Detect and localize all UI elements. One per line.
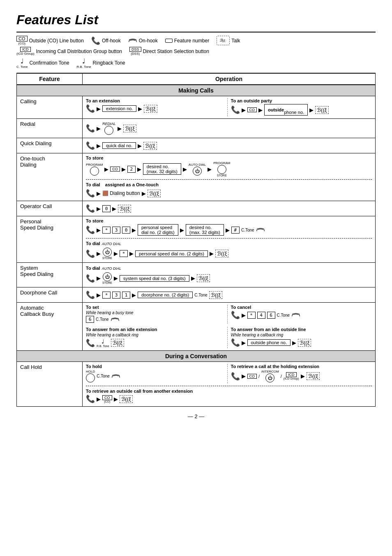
op-auto-callback: To set While hearing a busy tone 6 C.Ton…	[83, 303, 376, 351]
dss-label: Direct Station Selection button	[143, 49, 209, 54]
during-convo-header: During a Conversation	[17, 351, 376, 362]
calling-two-col: To an extension 📞 ▶ extension no. ▶ ℬ((ξ…	[86, 98, 372, 116]
table-body: Making Calls Calling To an extension 📞 ▶…	[17, 85, 376, 407]
svg-text:((ξ: ((ξ	[222, 39, 226, 42]
op-call-hold: To hold HOLD C.Tone	[83, 362, 376, 407]
co-icon: CO (CO)	[16, 36, 28, 45]
autodial-btn-2: ⏻ STORE	[102, 248, 112, 259]
section-during-conversation: During a Conversation	[17, 351, 376, 362]
onhook-label: On-hook	[139, 38, 158, 44]
talk-callback-outside: ℬ((ξ	[298, 339, 311, 347]
feature-redial: Redial	[17, 119, 83, 138]
talk-onetouch: ℬ((ξ	[148, 190, 161, 197]
col-operation-header: Operation	[83, 74, 376, 85]
callback-answer-ext: To answer from an idle extension While h…	[86, 327, 228, 348]
row-operator: Operator Call 📞 ▶ 0 ▶ ℬ((ξ	[17, 201, 376, 216]
autodial-btn: AUTO DIAL ⏻	[189, 163, 206, 176]
op-system-speed: To dial AUTO DIAL 📞 ▶ ⏻ STORE ▶ system s…	[83, 263, 376, 287]
offhook-calling-out: 📞	[231, 105, 240, 114]
callback-set-cancel: To set While hearing a busy tone 6 C.Ton…	[86, 305, 372, 324]
talk-personal-speed: ℬ((ξ	[215, 250, 228, 257]
legend-talk: ℬ ((ξ Talk	[217, 36, 240, 45]
features-table: Feature Operation Making Calls Calling T…	[16, 73, 376, 407]
row-calling: Calling To an extension 📞 ▶ extension no…	[17, 96, 376, 119]
program-btn-2: PROGRAM STORE	[213, 161, 230, 177]
feature-quick-dial: Quick Dialing	[17, 138, 83, 153]
legend-feature-num: Feature number	[165, 38, 209, 44]
talk-hold-retrieve: ℬ((ξ	[307, 372, 320, 380]
op-operator: 📞 ▶ 0 ▶ ℬ((ξ	[83, 201, 376, 216]
row-auto-callback: AutomaticCallback Busy To set While hear…	[17, 303, 376, 351]
callback-set: To set While hearing a busy tone 6 C.Ton…	[86, 305, 228, 324]
legend-offhook: 📞 Off-hook	[91, 36, 121, 45]
feature-num-label: Feature number	[174, 38, 209, 44]
hold-btn: HOLD	[86, 370, 95, 382]
row-personal-speed: PersonalSpeed Dialing To store 📞 ▶ * 3 0…	[17, 216, 376, 263]
co-hold-outside: CO (CO)	[102, 395, 112, 403]
table-header: Feature Operation	[17, 74, 376, 85]
talk-system-speed: ℬ((ξ	[197, 274, 210, 282]
hold-retrieve-ext: To retrieve a call at the holding extens…	[231, 364, 372, 383]
calling-outside: To an outside party 📞 ▶ CO ▶ outsidephon…	[231, 98, 372, 116]
page-title: Features List	[16, 12, 376, 28]
onhook-personal-store	[256, 227, 265, 233]
co-hold-retrieve: CO	[247, 374, 257, 379]
talk-doorphone: ℬ((ξ	[209, 291, 222, 299]
rbtone-icon: ♩ R.B. Tone	[77, 57, 91, 69]
offhook-calling-ext: 📞	[86, 104, 95, 113]
co-label: Outside (CO) Line button	[29, 38, 84, 44]
talk-redial: ℬ((ξ	[123, 125, 136, 132]
feature-system-speed: SystemSpeed Dialing	[17, 263, 83, 287]
col-feature-header: Feature	[17, 74, 83, 85]
op-personal-speed: To store 📞 ▶ * 3 0 ▶ personal speeddial …	[83, 216, 376, 263]
feature-call-hold: Call Hold	[17, 362, 83, 407]
icd-label: Incoming Call Distribution Group button	[36, 49, 122, 54]
calling-extension: To an extension 📞 ▶ extension no. ▶ ℬ((ξ	[86, 98, 228, 116]
callback-cancel: To cancel 📞 ▶ * 4 6 C.Tone	[231, 305, 372, 324]
talk-operator: ℬ((ξ	[118, 205, 131, 213]
op-calling: To an extension 📞 ▶ extension no. ▶ ℬ((ξ…	[83, 96, 376, 119]
onhook-callback-cancel	[291, 312, 300, 318]
legend-ctone: ♩ C. Tone Confirmation Tone	[16, 57, 69, 69]
program-btn-1: PROGRAM	[86, 163, 103, 176]
onhook-hold	[111, 373, 120, 380]
legend-row-1: CO (CO) Outside (CO) Line button 📞 Off-h…	[16, 36, 376, 45]
legend-rbtone: ♩ R.B. Tone Ringback Tone	[77, 57, 125, 69]
ctone-icon: ♩ C. Tone	[16, 57, 28, 69]
talk-calling-out: ℬ((ξ	[315, 106, 328, 114]
legend-dss: DSS (DSS) Direct Station Selection butto…	[129, 47, 209, 56]
row-quick-dial: Quick Dialing 📞 ▶ quick dial no. ▶ ℬ((ξ	[17, 138, 376, 153]
talk-hold-outside: ℬ((ξ	[120, 395, 133, 403]
feature-auto-callback: AutomaticCallback Busy	[17, 303, 83, 351]
feature-num-icon	[165, 39, 173, 43]
feature-operator: Operator Call	[17, 201, 83, 216]
feature-onetouch: One-touchDialing	[17, 153, 83, 201]
row-call-hold: Call Hold To hold HOLD C.Tone	[17, 362, 376, 407]
row-doorphone: Doorphone Call 📞 ▶ * 3 1 ▶ doorphone no.…	[17, 287, 376, 303]
talk-label: Talk	[231, 38, 240, 44]
callback-answer-outside: To answer from an idle outside line Whil…	[231, 327, 372, 348]
legend-section: CO (CO) Outside (CO) Line button 📞 Off-h…	[16, 32, 376, 73]
co-calling: CO	[247, 107, 257, 112]
row-system-speed: SystemSpeed Dialing To dial AUTO DIAL 📞 …	[17, 263, 376, 287]
talk-quick: ℬ((ξ	[143, 142, 157, 150]
feature-personal-speed: PersonalSpeed Dialing	[17, 216, 83, 263]
op-redial: 📞 ▶ REDIAL ▶ ℬ((ξ	[83, 119, 376, 138]
legend-icd: ICD (ICD Group) Incoming Call Distributi…	[16, 47, 122, 56]
op-doorphone: 📞 ▶ * 3 1 ▶ doorphone no. (2 digits) C.T…	[83, 287, 376, 303]
offhook-icon: 📞	[91, 36, 100, 45]
talk-callback-ext: ℬ((ξ	[111, 339, 124, 347]
talk-calling-ext: ℬ((ξ	[144, 105, 157, 113]
feature-doorphone: Doorphone Call	[17, 287, 83, 303]
redial-btn: REDIAL	[102, 122, 116, 135]
co-onetouch: CO	[110, 167, 120, 171]
legend-row-2: ICD (ICD Group) Incoming Call Distributi…	[16, 47, 376, 56]
legend-row-3: ♩ C. Tone Confirmation Tone ♩ R.B. Tone …	[16, 57, 376, 69]
op-onetouch: To store PROGRAM ▶ CO ▶ 2 ▶ desired no.(…	[83, 153, 376, 201]
onhook-callback-set	[111, 316, 120, 323]
legend-onhook: On-hook	[128, 37, 158, 44]
making-calls-header: Making Calls	[17, 85, 376, 96]
row-onetouch: One-touchDialing To store PROGRAM ▶ CO ▶…	[17, 153, 376, 201]
offhook-label: Off-hook	[102, 38, 121, 44]
legend-co: CO (CO) Outside (CO) Line button	[16, 36, 84, 45]
